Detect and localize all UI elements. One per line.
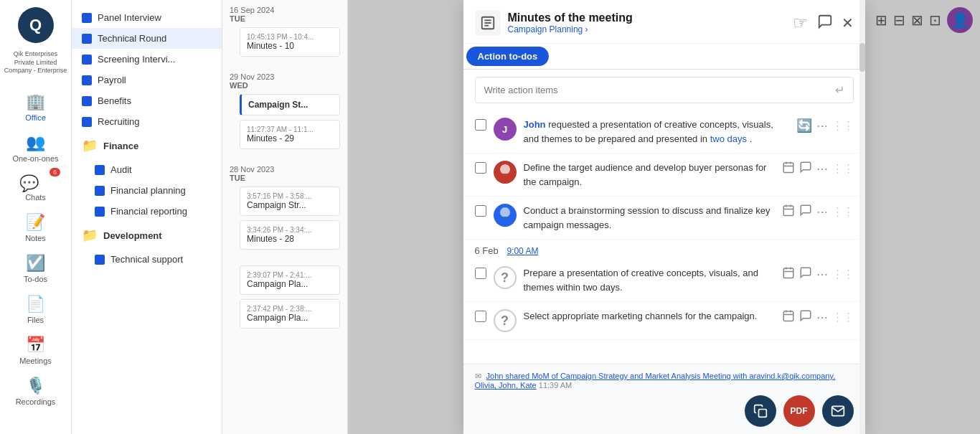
timeline-entry-1[interactable]: 10:45:13 PM - 10:4... Minutes - 10 <box>240 27 340 57</box>
chat-button[interactable] <box>817 14 833 33</box>
timeline-entry-minutes-29[interactable]: 11:27:37 AM - 11:1... Minutes - 29 <box>240 120 340 149</box>
calendar-button-f2[interactable] <box>782 309 795 325</box>
nav-item-financial-reporting[interactable]: Financial reporting <box>72 201 222 222</box>
nav-icon <box>82 55 92 65</box>
nav-item-technical-round[interactable]: Technical Round <box>72 28 222 49</box>
drag-handle-1[interactable]: ⋮⋮ <box>832 119 854 132</box>
modal-header-right: ☞ ✕ <box>793 13 854 33</box>
nav-item-label: Technical Round <box>98 33 166 44</box>
nav-item-screening-interview[interactable]: Screening Intervi... <box>72 49 222 70</box>
timeline-entry-campaign-pla2[interactable]: 2:37:42 PM - 2:38:... Campaign Pla... <box>240 299 340 329</box>
nav-icon <box>95 255 105 265</box>
entry-time: 11:27:37 AM - 11:1... <box>247 126 333 133</box>
nav-item-label: Payroll <box>98 75 126 85</box>
pdf-button[interactable]: PDF <box>783 395 815 427</box>
sidebar-item-recordings[interactable]: 🎙️ Recordings <box>0 371 71 412</box>
action-text-3: Conduct a brainstorming session to discu… <box>524 204 775 232</box>
chat-button-f2[interactable] <box>799 309 812 325</box>
sidebar-item-meetings[interactable]: 📅 Meetings <box>0 330 71 371</box>
more-button-f1[interactable]: ⋯ <box>816 268 828 281</box>
more-button-3[interactable]: ⋯ <box>816 205 828 219</box>
nav-item-recruiting[interactable]: Recruiting <box>72 111 222 132</box>
nav-item-panel-interview[interactable]: Panel Interview <box>72 7 222 28</box>
chat-button-2[interactable] <box>799 161 812 176</box>
calendar-button-3[interactable] <box>782 204 795 220</box>
action-checkbox-f1[interactable] <box>475 268 486 279</box>
copy-button[interactable] <box>745 395 776 427</box>
action-checkbox-f2[interactable] <box>475 311 486 322</box>
action-checkbox-1[interactable] <box>475 119 486 131</box>
sidebar-item-notes[interactable]: 📝 Notes <box>0 207 71 248</box>
nav-item-label: Screening Intervi... <box>98 54 175 65</box>
timeline-date-2: 29 Nov 2023 WED <box>230 72 340 90</box>
shared-msg-link[interactable]: John shared MoM of Campaign Strategy and… <box>475 372 836 390</box>
drag-handle-f2[interactable]: ⋮⋮ <box>832 311 854 324</box>
app-logo[interactable]: Q <box>18 7 54 43</box>
enter-icon: ↵ <box>835 83 844 97</box>
sidebar-item-one-on-ones[interactable]: 👥 One-on-ones <box>0 128 71 169</box>
timeline-group-4: 2:39:07 PM - 2:41:... Campaign Pla... 2:… <box>222 260 347 339</box>
modal-scrollbar-thumb[interactable] <box>859 43 865 72</box>
timeline-entry-minutes-28[interactable]: 3:34:26 PM - 3:34:... Minutes - 28 <box>240 220 340 250</box>
nav-item-financial-planning[interactable]: Financial planning <box>72 180 222 201</box>
date-section-feb: 6 Feb 9:00 AM <box>463 240 865 259</box>
time-link[interactable]: 9:00 AM <box>507 246 538 256</box>
nav-icon <box>95 186 105 196</box>
nav-item-payroll[interactable]: Payroll <box>72 70 222 90</box>
nav-item-technical-support[interactable]: Technical support <box>72 249 222 270</box>
sidebar-item-office[interactable]: 🏢 Office <box>0 87 71 128</box>
action-avatar-3 <box>494 204 517 227</box>
action-input-row: ↵ <box>475 77 854 103</box>
timeline-entry-campaign-pla1[interactable]: 2:39:07 PM - 2:41:... Campaign Pla... <box>240 265 340 295</box>
modal-header: Minutes of the meeting Campaign Planning… <box>463 0 865 44</box>
tab-action-todos[interactable]: Action to-dos <box>466 47 550 66</box>
sidebar: Q Qik Enterprises Private Limited Compan… <box>0 0 72 434</box>
nav-item-label: Audit <box>110 164 132 175</box>
svg-rect-20 <box>783 311 793 321</box>
email-share-button[interactable] <box>822 395 854 427</box>
timeline-entry-campaign-st[interactable]: Campaign St... <box>240 94 340 115</box>
chat-button-f1[interactable] <box>799 266 812 282</box>
modal-bottom: ✉ John shared MoM of Campaign Strategy a… <box>463 364 865 434</box>
drag-handle-f1[interactable]: ⋮⋮ <box>832 268 854 280</box>
sidebar-item-label: To-dos <box>24 275 47 283</box>
todos-icon: ☑️ <box>26 254 45 273</box>
calendar-button-2[interactable] <box>782 161 795 176</box>
sidebar-item-label: Chats <box>25 193 46 202</box>
drag-handle-icon[interactable]: ☞ <box>793 13 809 33</box>
action-checkbox-2[interactable] <box>475 162 486 174</box>
more-button-1[interactable]: ⋯ <box>816 119 828 133</box>
nav-category-finance[interactable]: 📁 Finance <box>72 132 222 159</box>
nav-icon <box>82 75 92 85</box>
nav-category-label: Development <box>103 230 162 241</box>
action-checkbox-3[interactable] <box>475 205 486 217</box>
recordings-icon: 🎙️ <box>26 377 45 395</box>
more-button-2[interactable]: ⋯ <box>816 162 828 176</box>
sidebar-item-chats[interactable]: 💬 6 Chats <box>0 169 71 207</box>
sidebar-item-todos[interactable]: ☑️ To-dos <box>0 248 71 289</box>
action-controls-2: ⋯ ⋮⋮ <box>782 161 854 176</box>
action-text-f2: Select appropriate marketing channels fo… <box>524 309 775 324</box>
more-button-f2[interactable]: ⋯ <box>816 311 828 324</box>
nav-category-development[interactable]: 📁 Development <box>72 222 222 249</box>
nav-item-label: Benefits <box>98 95 131 106</box>
folder-icon: 📁 <box>82 227 98 243</box>
modal-subtitle[interactable]: Campaign Planning › <box>508 24 633 34</box>
recur-button-1[interactable]: 🔄 <box>796 118 812 133</box>
action-text-f1: Prepare a presentation of creative conce… <box>524 266 775 294</box>
drag-handle-3[interactable]: ⋮⋮ <box>832 205 854 218</box>
sidebar-item-files[interactable]: 📄 Files <box>0 289 71 330</box>
folder-icon: 📁 <box>82 138 98 154</box>
timeline-entry-campaign-str[interactable]: 3:57:16 PM - 3:58:... Campaign Str... <box>240 187 340 216</box>
nav-icon <box>95 165 105 175</box>
action-input[interactable] <box>484 85 835 95</box>
close-button[interactable]: ✕ <box>842 14 854 32</box>
nav-item-benefits[interactable]: Benefits <box>72 90 222 111</box>
drag-handle-2[interactable]: ⋮⋮ <box>832 162 854 175</box>
chat-button-3[interactable] <box>799 204 812 220</box>
modal-header-left: Minutes of the meeting Campaign Planning… <box>475 10 633 36</box>
calendar-button-f1[interactable] <box>782 266 795 282</box>
entry-title: Campaign Str... <box>247 200 333 210</box>
office-icon: 🏢 <box>26 93 45 111</box>
nav-item-audit[interactable]: Audit <box>72 159 222 180</box>
